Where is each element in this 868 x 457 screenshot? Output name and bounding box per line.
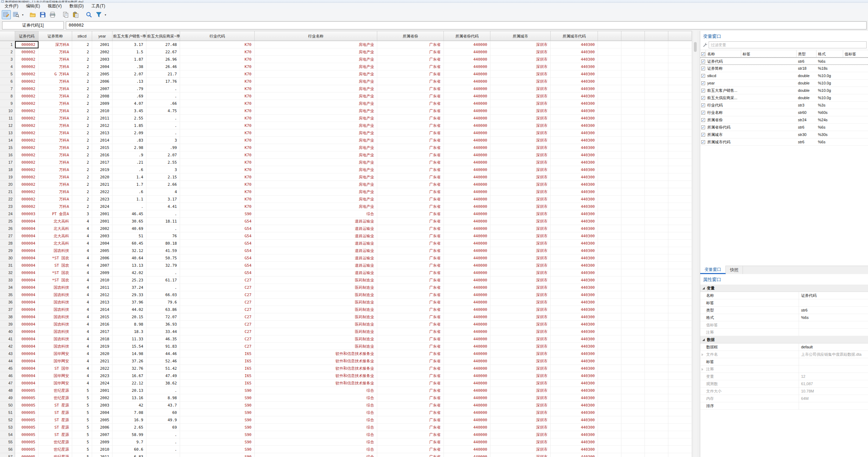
cell[interactable]: 深圳市: [490, 409, 551, 416]
cell[interactable]: 深圳市: [490, 431, 551, 438]
cell[interactable]: [621, 100, 645, 107]
cell[interactable]: [668, 225, 692, 232]
variable-checkbox[interactable]: ✓: [701, 89, 705, 93]
column-header-所属城市[interactable]: 所属城市: [490, 31, 551, 41]
cell[interactable]: 20.15: [112, 313, 146, 321]
cell[interactable]: .: [146, 284, 180, 291]
cell[interactable]: 深圳市: [490, 41, 551, 48]
cell[interactable]: 60.6: [112, 446, 146, 453]
cell[interactable]: [668, 78, 692, 85]
cell[interactable]: 2020: [92, 173, 112, 181]
variable-checkbox[interactable]: ✓: [701, 125, 705, 129]
cell[interactable]: 北大高科: [39, 218, 72, 225]
cell[interactable]: 440300: [551, 321, 598, 328]
row-number[interactable]: 43: [0, 350, 15, 357]
cell[interactable]: 4: [72, 335, 92, 343]
cell[interactable]: 房地产业: [255, 144, 377, 151]
cell[interactable]: [621, 380, 645, 387]
cell[interactable]: [668, 159, 692, 166]
cell[interactable]: 2.66: [146, 181, 180, 188]
cell[interactable]: 万科A: [39, 93, 72, 100]
cell[interactable]: .21: [112, 159, 146, 166]
cell[interactable]: [645, 70, 668, 78]
cell[interactable]: [645, 254, 668, 262]
cell[interactable]: 国华网安: [39, 380, 72, 387]
cell[interactable]: 2: [72, 159, 92, 166]
cell[interactable]: 4: [72, 343, 92, 350]
cell[interactable]: 000004: [15, 306, 39, 313]
row-number[interactable]: 7: [0, 85, 15, 93]
cell[interactable]: 广东省: [377, 218, 444, 225]
cell[interactable]: C27: [180, 343, 255, 350]
cell[interactable]: [668, 306, 692, 313]
cell[interactable]: [598, 122, 621, 129]
cell[interactable]: 13.13: [112, 262, 146, 269]
cell[interactable]: [668, 380, 692, 387]
row-number[interactable]: 14: [0, 137, 15, 144]
cell[interactable]: PT 金田A: [39, 210, 72, 218]
cell[interactable]: 440000: [444, 321, 490, 328]
cell[interactable]: 440000: [444, 100, 490, 107]
cell[interactable]: 50.75: [146, 254, 180, 262]
variable-checkbox[interactable]: ✓: [701, 140, 705, 144]
column-header-year[interactable]: year: [92, 31, 112, 41]
cell[interactable]: 广东省: [377, 380, 444, 387]
cell[interactable]: 440300: [551, 144, 598, 151]
cell[interactable]: 440300: [551, 291, 598, 299]
cell[interactable]: 4: [72, 232, 92, 240]
cell[interactable]: 深圳市: [490, 107, 551, 115]
cell[interactable]: 综合: [255, 210, 377, 218]
cell[interactable]: 32.76: [112, 365, 146, 372]
checkbox[interactable]: ✓: [701, 52, 705, 56]
cell[interactable]: 4: [72, 269, 92, 277]
cell[interactable]: 世纪星源: [39, 387, 72, 394]
cell[interactable]: 深圳市: [490, 137, 551, 144]
cell[interactable]: 广东省: [377, 409, 444, 416]
cell[interactable]: 440000: [444, 70, 490, 78]
cell[interactable]: 医药制造业: [255, 328, 377, 335]
cell[interactable]: 国农科技: [39, 306, 72, 313]
cell[interactable]: [668, 70, 692, 78]
row-number[interactable]: 42: [0, 343, 15, 350]
cell[interactable]: [668, 129, 692, 137]
cell[interactable]: [645, 387, 668, 394]
cell[interactable]: 广东省: [377, 122, 444, 129]
cell[interactable]: .6: [112, 188, 146, 196]
cell[interactable]: 2005: [92, 247, 112, 254]
browse-mode-button[interactable]: [12, 10, 21, 19]
cell[interactable]: 万科A: [39, 203, 72, 210]
cell[interactable]: 房地产业: [255, 122, 377, 129]
cell[interactable]: 49.9: [146, 416, 180, 424]
cell[interactable]: 000002: [15, 70, 39, 78]
cell[interactable]: [668, 372, 692, 380]
cell[interactable]: 2019: [92, 166, 112, 173]
row-number[interactable]: 39: [0, 321, 15, 328]
cell[interactable]: 道路运输业: [255, 240, 377, 247]
cell[interactable]: [668, 196, 692, 203]
cell[interactable]: 440000: [444, 232, 490, 240]
variable-checkbox[interactable]: ✓: [701, 118, 705, 122]
cell[interactable]: 440300: [551, 269, 598, 277]
cell[interactable]: [621, 210, 645, 218]
column-header-empty-13[interactable]: [621, 31, 645, 41]
column-header-stkcd[interactable]: stkcd: [72, 31, 92, 41]
variable-row[interactable]: ✓所属省份str24%24s: [700, 116, 868, 124]
cell[interactable]: 440000: [444, 240, 490, 247]
cell[interactable]: .: [146, 93, 180, 100]
cell[interactable]: 广东省: [377, 188, 444, 196]
cell[interactable]: 2006: [92, 254, 112, 262]
cell[interactable]: .: [146, 115, 180, 122]
cell[interactable]: 2: [72, 107, 92, 115]
cell[interactable]: [621, 313, 645, 321]
cell[interactable]: S90: [180, 394, 255, 402]
cell[interactable]: [645, 93, 668, 100]
cell[interactable]: 万科A: [39, 63, 72, 70]
cell[interactable]: C27: [180, 277, 255, 284]
cell[interactable]: 广东省: [377, 100, 444, 107]
cell[interactable]: 000002: [15, 78, 39, 85]
cell[interactable]: 440000: [444, 284, 490, 291]
cell[interactable]: [621, 306, 645, 313]
cell[interactable]: 2021: [92, 181, 112, 188]
row-number[interactable]: 48: [0, 387, 15, 394]
cell[interactable]: 2002: [92, 48, 112, 56]
